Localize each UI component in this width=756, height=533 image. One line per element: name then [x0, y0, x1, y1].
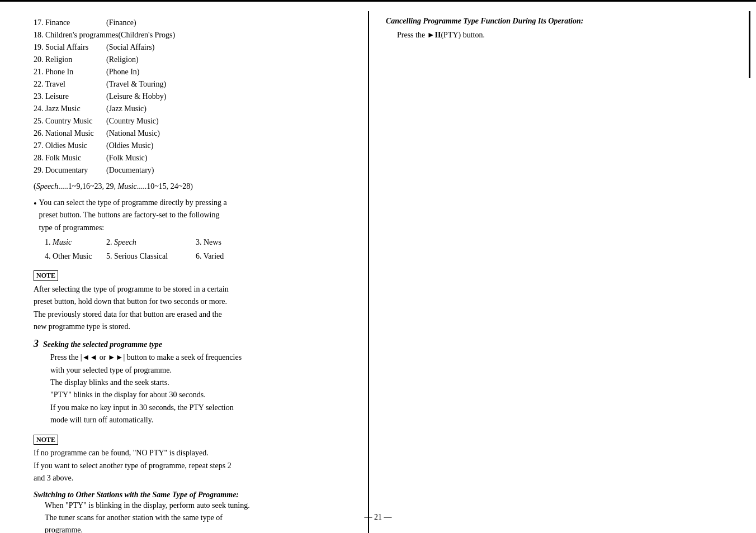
- note2-line2: If you want to select another type of pr…: [34, 461, 231, 470]
- note2-label: NOTE: [34, 435, 58, 445]
- bullet-line2: preset button. The buttons are factory-s…: [39, 211, 220, 219]
- switching-body: When "PTY" is blinking in the display, p…: [45, 499, 351, 533]
- note1-label: NOTE: [34, 270, 58, 281]
- item-abbr: (Oldies Music): [106, 140, 153, 151]
- switching-line2: The tuner scans for another station with…: [45, 513, 223, 522]
- list-item: 26. National Music (National Music): [34, 127, 351, 139]
- item-abbr: (Documentary): [106, 164, 154, 176]
- item-abbr: (Country Music): [106, 115, 159, 127]
- list-item: 28. Folk Music (Folk Music): [34, 152, 351, 164]
- note1-line2: preset button, hold down that button for…: [34, 297, 227, 306]
- section3-number: 3: [34, 339, 39, 349]
- bullet-line3: type of programmes:: [39, 223, 105, 232]
- section3-line2: with your selected type of programme.: [50, 366, 172, 374]
- switching-line3: programme.: [45, 526, 83, 533]
- grid-cell-1-3: 3. News: [196, 236, 252, 249]
- section3-line6: mode will turn off automatically.: [50, 416, 153, 424]
- list-item: 25. Country Music (Country Music): [34, 115, 351, 127]
- cancelling-title: Cancelling Programme Type Function Durin…: [386, 17, 739, 26]
- switching-section: Switching to Other Stations with the Sam…: [34, 491, 351, 499]
- section3-title: Seeking the selected programme type: [43, 340, 162, 349]
- grid-cell-1-1: 1. Music: [45, 236, 106, 249]
- note1-line4: new programme type is stored.: [34, 322, 130, 331]
- note2-line3: and 3 above.: [34, 474, 73, 482]
- list-item: 18. Children's programmes (Children's Pr…: [34, 29, 351, 41]
- item-number: 20. Religion: [34, 54, 106, 65]
- section3-body: Press the |◄◄ or ►►| button to make a se…: [50, 351, 351, 426]
- music-italic: Music: [117, 182, 136, 191]
- section3-line1: Press the |◄◄ or ►►| button to make a se…: [50, 353, 242, 361]
- grid-cell-2-1: 4. Other Music: [45, 250, 106, 263]
- speech-italic: Speech: [36, 182, 59, 191]
- note1-content: After selecting the type of programme to…: [34, 283, 351, 334]
- speech-music-note: (Speech.....1~9,16~23, 29, Music.....10~…: [34, 180, 351, 192]
- switching-line1: When "PTY" is blinking in the display, p…: [45, 501, 250, 510]
- switching-title: Switching to Other Stations with the Sam…: [34, 491, 239, 499]
- section3-line3: The display blinks and the seek starts.: [50, 378, 169, 387]
- note1-box: NOTE: [34, 267, 351, 283]
- bullet-text-block: • You can select the type of programme d…: [34, 197, 351, 234]
- note2-content: If no programme can be found, "NO PTY" i…: [34, 447, 351, 484]
- list-item: 29. Documentary (Documentary): [34, 164, 351, 176]
- item-number: 17. Finance: [34, 17, 106, 28]
- top-border: [0, 0, 756, 2]
- bullet-content: You can select the type of programme dir…: [39, 197, 227, 234]
- list-item: 20. Religion (Religion): [34, 54, 351, 65]
- item-abbr: (Phone In): [106, 66, 140, 78]
- grid-cell-2-3: 6. Varied: [196, 250, 252, 263]
- item-number: 28. Folk Music: [34, 152, 106, 164]
- right-border: [749, 11, 750, 78]
- section3-line5: If you make no key input in 30 seconds, …: [50, 403, 234, 412]
- numbered-list: 17. Finance (Finance) 18. Children's pro…: [34, 17, 351, 176]
- item-abbr: (Folk Music): [106, 152, 148, 164]
- bullet-char: •: [34, 197, 37, 234]
- section3-line4: "PTY" blinks in the display for about 30…: [50, 391, 206, 399]
- programme-grid: 1. Music 2. Speech 3. News 4. Other Musi…: [45, 236, 351, 263]
- note2-line1: If no programme can be found, "NO PTY" i…: [34, 449, 209, 457]
- item-number: 22. Travel: [34, 78, 106, 90]
- section3-heading: 3 Seeking the selected programme type: [34, 339, 351, 349]
- item-number: 18. Children's programmes: [34, 29, 118, 41]
- bullet-section: • You can select the type of programme d…: [34, 197, 351, 263]
- list-item: 21. Phone In (Phone In): [34, 66, 351, 78]
- list-item: 19. Social Affairs (Social Affairs): [34, 41, 351, 53]
- item-number: 27. Oldies Music: [34, 140, 106, 151]
- item-number: 19. Social Affairs: [34, 41, 106, 53]
- note1-line1: After selecting the type of programme to…: [34, 285, 229, 293]
- right-column: Cancelling Programme Type Function Durin…: [369, 11, 756, 533]
- item-abbr: (Travel & Touring): [106, 78, 166, 90]
- list-item: 23. Leisure (Leisure & Hobby): [34, 91, 351, 102]
- item-abbr: (Social Affairs): [106, 41, 154, 53]
- list-item: 27. Oldies Music (Oldies Music): [34, 140, 351, 151]
- grid-cell-2-2: 5. Serious Classical: [106, 250, 196, 263]
- cancelling-body: Press the ►II(PTY) button.: [397, 29, 739, 41]
- list-item: 22. Travel (Travel & Touring): [34, 78, 351, 90]
- item-number: 29. Documentary: [34, 164, 106, 176]
- item-abbr: (Religion): [106, 54, 139, 65]
- list-item: 24. Jazz Music (Jazz Music): [34, 103, 351, 115]
- bullet-line1: You can select the type of programme dir…: [39, 198, 227, 207]
- note2-box: NOTE: [34, 431, 351, 448]
- item-number: 24. Jazz Music: [34, 103, 106, 115]
- left-column: 17. Finance (Finance) 18. Children's pro…: [0, 11, 369, 533]
- grid-cell-1-2: 2. Speech: [106, 236, 196, 249]
- item-number: 23. Leisure: [34, 91, 106, 102]
- item-number: 25. Country Music: [34, 115, 106, 127]
- item-abbr: (Children's Progs): [118, 29, 175, 41]
- list-item: 17. Finance (Finance): [34, 17, 351, 28]
- note1-line3: The previously stored data for that butt…: [34, 310, 222, 318]
- item-number: 21. Phone In: [34, 66, 106, 78]
- item-abbr: (Jazz Music): [106, 103, 147, 115]
- item-number: 26. National Music: [34, 127, 106, 139]
- item-abbr: (Finance): [106, 17, 136, 28]
- item-abbr: (Leisure & Hobby): [106, 91, 166, 102]
- item-abbr: (National Music): [106, 127, 160, 139]
- page-number: — 21 —: [365, 513, 392, 522]
